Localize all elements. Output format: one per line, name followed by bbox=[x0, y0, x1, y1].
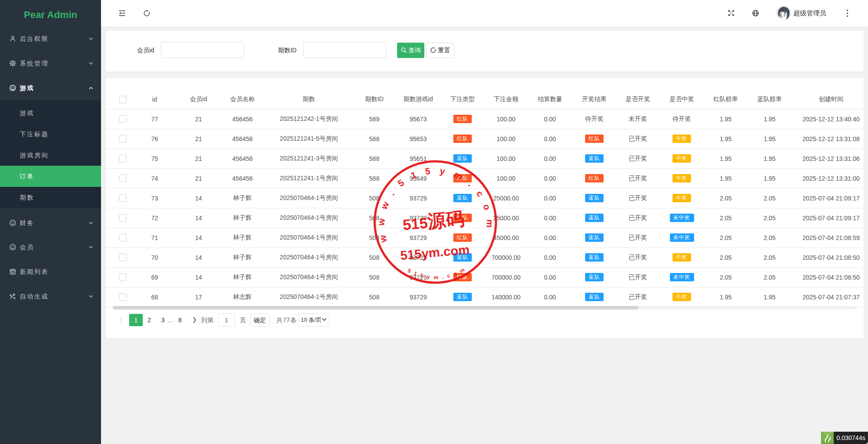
svg-text:515ym.com: 515ym.com bbox=[400, 243, 470, 263]
svg-text:515源码: 515源码 bbox=[402, 208, 465, 234]
svg-text:www.515ym.com: www.515ym.com bbox=[372, 160, 497, 247]
